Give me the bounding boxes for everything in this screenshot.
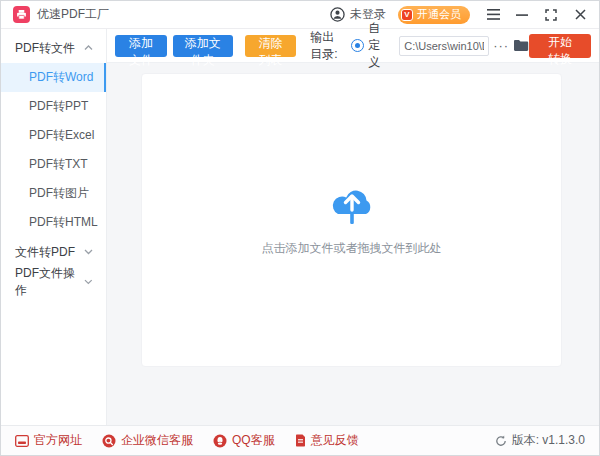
content-area: 点击添加文件或者拖拽文件到此处 bbox=[107, 63, 599, 425]
sidebar-group-pdf-to-file[interactable]: PDF转文件 bbox=[1, 33, 106, 63]
sidebar-group-label: PDF文件操作 bbox=[15, 265, 84, 299]
clear-list-button[interactable]: 清除列表 bbox=[245, 35, 297, 57]
qq-icon bbox=[213, 434, 227, 448]
sidebar-group-label: PDF转文件 bbox=[15, 40, 75, 57]
wechat-service-link[interactable]: 企业微信客服 bbox=[102, 432, 193, 449]
feedback-link[interactable]: 意见反馈 bbox=[295, 432, 359, 449]
close-icon[interactable] bbox=[573, 8, 587, 22]
sidebar-item-pdf-to-ppt[interactable]: PDF转PPT bbox=[1, 92, 106, 121]
maximize-icon[interactable] bbox=[544, 8, 558, 22]
user-icon bbox=[330, 7, 345, 22]
footer-link-label: 意见反馈 bbox=[311, 432, 359, 449]
toolbar: 添加文件 添加文件夹 清除列表 输出目录: 自定义 ··· 开始转换 bbox=[107, 29, 599, 63]
open-folder-button[interactable] bbox=[513, 39, 529, 52]
version-label: 版本: v1.1.3.0 bbox=[512, 432, 585, 449]
browse-more-button[interactable]: ··· bbox=[493, 38, 509, 53]
chevron-down-icon bbox=[84, 279, 93, 285]
sidebar-item-pdf-to-html[interactable]: PDF转HTML bbox=[1, 208, 106, 237]
sidebar-item-pdf-to-image[interactable]: PDF转图片 bbox=[1, 179, 106, 208]
version-area: 版本: v1.1.3.0 bbox=[495, 432, 585, 449]
sidebar-group-label: 文件转PDF bbox=[15, 244, 75, 261]
cloud-upload-icon bbox=[327, 184, 377, 232]
website-icon bbox=[15, 435, 29, 447]
app-window: 优速PDF工厂 未登录 V 开通会员 bbox=[0, 0, 600, 456]
drop-zone-hint: 点击添加文件或者拖拽文件到此处 bbox=[262, 240, 442, 257]
main-area: 添加文件 添加文件夹 清除列表 输出目录: 自定义 ··· 开始转换 bbox=[107, 29, 599, 425]
vip-button[interactable]: V 开通会员 bbox=[398, 6, 470, 24]
body-row: PDF转文件 PDF转Word PDF转PPT PDF转Excel PDF转TX… bbox=[1, 29, 599, 425]
vip-button-label: 开通会员 bbox=[417, 7, 461, 22]
sidebar-group-file-to-pdf[interactable]: 文件转PDF bbox=[1, 237, 106, 267]
folder-icon bbox=[513, 39, 529, 52]
qq-service-link[interactable]: QQ客服 bbox=[213, 432, 275, 449]
window-controls bbox=[486, 8, 587, 22]
sidebar-item-pdf-to-excel[interactable]: PDF转Excel bbox=[1, 121, 106, 150]
start-convert-button[interactable]: 开始转换 bbox=[529, 34, 591, 58]
sidebar-item-pdf-to-word[interactable]: PDF转Word bbox=[1, 63, 106, 92]
footer: 官方网址 企业微信客服 QQ客服 意见反 bbox=[1, 425, 599, 455]
chevron-down-icon bbox=[84, 249, 93, 255]
title-bar: 优速PDF工厂 未登录 V 开通会员 bbox=[1, 1, 599, 29]
minimize-icon[interactable] bbox=[515, 8, 529, 22]
feedback-icon bbox=[295, 434, 306, 447]
check-update-icon[interactable] bbox=[495, 435, 507, 447]
wechat-work-icon bbox=[102, 434, 116, 448]
sidebar: PDF转文件 PDF转Word PDF转PPT PDF转Excel PDF转TX… bbox=[1, 29, 107, 425]
printer-icon bbox=[16, 9, 27, 20]
output-dir-label: 输出目录: bbox=[310, 29, 344, 63]
app-logo-icon bbox=[13, 6, 30, 23]
custom-output-radio[interactable] bbox=[351, 39, 364, 52]
footer-link-label: 官方网址 bbox=[34, 432, 82, 449]
official-website-link[interactable]: 官方网址 bbox=[15, 432, 82, 449]
add-folder-button[interactable]: 添加文件夹 bbox=[173, 35, 233, 57]
menu-icon[interactable] bbox=[486, 8, 500, 22]
chevron-up-icon bbox=[84, 45, 93, 51]
file-drop-zone[interactable]: 点击添加文件或者拖拽文件到此处 bbox=[141, 73, 562, 367]
sidebar-item-pdf-to-txt[interactable]: PDF转TXT bbox=[1, 150, 106, 179]
vip-badge-icon: V bbox=[401, 9, 413, 21]
output-path-input[interactable] bbox=[399, 36, 489, 56]
footer-link-label: QQ客服 bbox=[232, 432, 275, 449]
footer-link-label: 企业微信客服 bbox=[121, 432, 193, 449]
add-file-button[interactable]: 添加文件 bbox=[115, 35, 167, 57]
app-title: 优速PDF工厂 bbox=[37, 6, 109, 23]
sidebar-group-pdf-operations[interactable]: PDF文件操作 bbox=[1, 267, 106, 297]
